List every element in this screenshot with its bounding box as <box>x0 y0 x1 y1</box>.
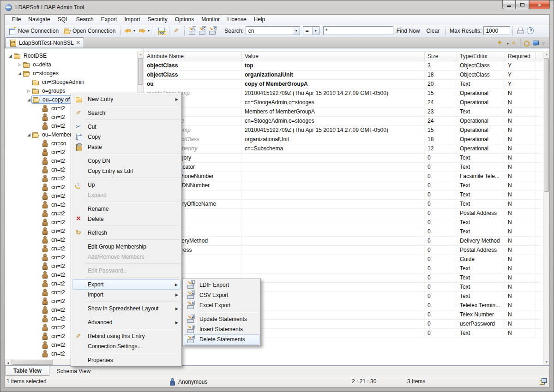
menu-item-rebind-using-this-entry[interactable]: Rebind using this Entry <box>72 331 181 341</box>
menu-item-import[interactable]: Import▶ <box>72 290 181 300</box>
view-tab-schema-view[interactable]: Schema View <box>49 366 98 376</box>
ring-icon[interactable] <box>524 41 530 47</box>
menu-monitor[interactable]: Monitor <box>198 15 223 24</box>
table-row[interactable]: structuralObjectClassorganizationalUnit1… <box>144 135 542 144</box>
cell-value[interactable] <box>242 190 425 199</box>
open-connection-button[interactable]: Open Connection <box>61 26 118 36</box>
menu-import[interactable]: Import <box>120 15 144 24</box>
search-attribute-combo[interactable]: cn ▼ <box>246 26 300 35</box>
menu-item-update-statements[interactable]: UUpdate Statements <box>184 314 259 324</box>
column-header-value[interactable]: Value <box>242 51 425 61</box>
table-row[interactable]: subschemaSubentrycn=Subschema12Operation… <box>144 144 542 154</box>
table-row[interactable]: physicalDeliveryOfficeName0TextN <box>144 200 542 209</box>
menu-search[interactable]: Search <box>72 15 97 24</box>
cell-value[interactable] <box>242 283 425 291</box>
cell-value[interactable] <box>242 264 425 273</box>
menu-item-search[interactable]: Search <box>72 108 181 118</box>
cell-value[interactable]: 20100415192709Z (Thu Apr 15 2010 14:27:0… <box>242 89 425 98</box>
menu-item-copy[interactable]: Copy <box>72 132 181 142</box>
table-row[interactable]: oucopy of MemberGroupA20TextY <box>144 80 542 89</box>
tree-item-cn-stoogeadmin[interactable]: cn=StoogeAdmin <box>5 77 137 86</box>
tab-ldapsofttest-nonssl[interactable]: LdapSoftTest-NonSSL ✕ <box>6 37 84 48</box>
table-row[interactable]: creatorsNamecn=StoogeAdmin,o=stooges24Op… <box>144 98 542 107</box>
menu-options[interactable]: Options <box>171 15 198 24</box>
cell-value[interactable] <box>242 163 425 172</box>
cell-value[interactable] <box>242 255 425 264</box>
menu-item-cut[interactable]: Cut <box>72 122 181 132</box>
cell-value[interactable] <box>242 227 425 236</box>
sql-query-button[interactable] <box>157 26 167 36</box>
menu-item-copy-dn[interactable]: Copy DN <box>72 156 181 166</box>
tree-item-o-delta[interactable]: ▷o=delta <box>5 60 137 69</box>
cell-value[interactable] <box>242 310 425 319</box>
cell-value[interactable]: cn=Subschema <box>242 144 425 153</box>
cell-value[interactable] <box>242 218 425 227</box>
csv-export-button[interactable]: C <box>197 26 207 36</box>
cell-value[interactable] <box>242 329 425 338</box>
table-row[interactable]: postalCode0TextN <box>144 218 542 227</box>
expander-icon[interactable]: ◢ <box>17 71 23 76</box>
expander-icon[interactable]: ▷ <box>26 89 32 93</box>
column-header-required[interactable]: Required <box>505 51 536 61</box>
excel-export-button[interactable]: X <box>207 26 217 36</box>
search-value-input[interactable] <box>323 26 393 35</box>
column-header-size[interactable]: Size <box>425 51 457 61</box>
new-connection-button[interactable]: New Connection <box>6 26 61 36</box>
scroll-up-icon[interactable]: ▲ <box>138 51 144 58</box>
back-button[interactable]: ▼ <box>123 26 137 36</box>
table-row[interactable]: modifiersNamecn=StoogeAdmin,o=stooges24O… <box>144 117 542 126</box>
cell-value[interactable] <box>242 172 425 181</box>
table-row[interactable]: descriptionMembers of MemberGroupA23Text… <box>144 107 542 117</box>
menu-item-csv-export[interactable]: CCSV Export <box>184 290 259 300</box>
table-vertical-scrollbar[interactable]: ▲ ▼ <box>543 51 549 365</box>
ldif-export-button[interactable]: L <box>187 26 197 36</box>
tree-item-rootdse[interactable]: ◢RootDSE <box>5 51 137 60</box>
menu-item-delete-statements[interactable]: DDelete Statements <box>184 334 259 344</box>
cell-value[interactable] <box>242 320 425 328</box>
menu-item-advanced[interactable]: Advanced▶ <box>72 317 181 327</box>
menu-item-connection-settings[interactable]: Connection Settings... <box>72 341 181 351</box>
menu-item-new-entry[interactable]: New Entry▶ <box>72 94 181 104</box>
cell-value[interactable]: Members of MemberGroupA <box>242 107 425 116</box>
cell-value[interactable] <box>242 301 425 310</box>
cell-value[interactable] <box>242 246 425 255</box>
table-row[interactable]: internationaliSDNNumber0TextN <box>144 181 542 190</box>
table-row[interactable]: createTimestamp20100415192709Z (Thu Apr … <box>144 89 542 98</box>
clear-button[interactable]: Clear <box>426 28 440 34</box>
menu-item-ldif-export[interactable]: LLDIF Export <box>184 280 259 290</box>
search-attribute-dropdown[interactable]: ▼ <box>293 27 300 35</box>
table-row[interactable]: objectClasstop3ObjectClassY <box>144 61 542 71</box>
menu-item-show-in-spreadsheet-layout[interactable]: Show in Spreadsheet Layout▶ <box>72 303 181 314</box>
table-row[interactable]: postOfficeBox0TextN <box>144 227 542 237</box>
expander-icon[interactable]: ◢ <box>7 53 13 58</box>
menu-item-export[interactable]: Export▶ <box>72 279 181 290</box>
table-row[interactable]: facsimileTelephoneNumber0Facsimile Tele.… <box>144 172 542 181</box>
expander-icon[interactable]: ▷ <box>17 62 23 67</box>
cell-value[interactable]: cn=StoogeAdmin,o=stooges <box>242 98 425 107</box>
help-button[interactable] <box>525 26 535 35</box>
tree-item-o-stooges[interactable]: ◢o=stooges <box>5 69 137 77</box>
cell-value[interactable] <box>242 200 425 208</box>
menu-item-paste[interactable]: Paste <box>72 142 181 152</box>
cell-value[interactable] <box>242 292 425 301</box>
table-row[interactable]: postalAddress0Postal AddressN <box>144 209 542 218</box>
cell-value[interactable]: top <box>242 61 425 70</box>
tree-hscroll-thumb[interactable] <box>12 360 53 365</box>
table-row[interactable]: modifyTimestamp20100415192709Z (Thu Apr … <box>144 126 542 135</box>
column-header-type-editor[interactable]: Type/Editor <box>457 51 505 61</box>
table-row[interactable]: l0TextN <box>144 190 542 200</box>
cell-value[interactable]: organizationalUnit <box>242 135 425 144</box>
menu-item-refresh[interactable]: Refresh <box>72 228 181 238</box>
menu-item-insert-statements[interactable]: IInsert Statements <box>184 324 259 334</box>
scroll-up-icon[interactable]: ▲ <box>543 51 549 58</box>
column-header-attribute-name[interactable]: Attribute Name <box>144 51 242 61</box>
cell-value[interactable] <box>242 237 425 245</box>
operator-dropdown[interactable]: ▼ <box>312 27 319 35</box>
print-button[interactable] <box>515 26 525 36</box>
menu-item-delete[interactable]: Delete <box>72 214 181 224</box>
table-row[interactable]: searchGuide0GuideN <box>144 255 542 264</box>
menu-help[interactable]: Help <box>250 15 269 24</box>
tab-close-icon[interactable]: ✕ <box>76 40 80 46</box>
expander-icon[interactable]: ◢ <box>26 132 32 137</box>
menu-item-copy-entry-as-ldif[interactable]: Copy Entry as Ldif <box>72 166 181 176</box>
